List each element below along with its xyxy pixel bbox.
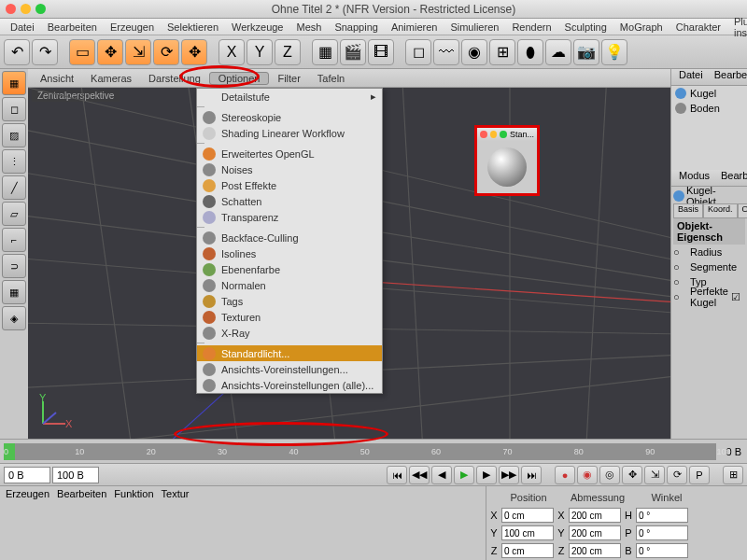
point-mode[interactable]: ⋮: [2, 149, 26, 174]
viewtab-ansicht[interactable]: Ansicht: [32, 73, 82, 84]
axis-mode[interactable]: ⌐: [2, 228, 26, 252]
rotate-tool[interactable]: ⟳: [153, 39, 179, 65]
scale-tool[interactable]: ⇲: [125, 39, 151, 65]
menu-item-backface-culling[interactable]: Backface-Culling: [197, 230, 382, 245]
pos-field[interactable]: [501, 508, 554, 523]
rot-field[interactable]: [636, 543, 688, 558]
menu-mesh[interactable]: Mesh: [289, 21, 328, 33]
key-scale-button[interactable]: ⇲: [644, 466, 665, 484]
tab-datei[interactable]: Datei: [673, 69, 709, 85]
axis-z-button[interactable]: Z: [275, 39, 301, 65]
viewtab-optionen[interactable]: Optionen: [209, 72, 270, 85]
mattab-bearbeiten[interactable]: Bearbeiten: [57, 488, 106, 505]
key-rot-button[interactable]: ⟳: [667, 466, 687, 484]
render-button[interactable]: 🎬: [340, 39, 366, 65]
mattab-funktion[interactable]: Funktion: [114, 488, 153, 505]
select-tool[interactable]: ▭: [69, 39, 95, 65]
menu-animieren[interactable]: Animieren: [385, 21, 444, 33]
menu-item-post-effekte[interactable]: Post Effekte: [197, 177, 382, 193]
preview-window[interactable]: Stan...: [474, 125, 540, 196]
key-pos-button[interactable]: ✥: [622, 466, 642, 484]
deformer-button[interactable]: ⬮: [517, 39, 543, 65]
axis-y-button[interactable]: Y: [247, 39, 273, 65]
move-tool[interactable]: ✥: [97, 39, 123, 65]
prev-frame-button[interactable]: ◀: [431, 466, 452, 484]
edge-mode[interactable]: ╱: [2, 175, 26, 200]
menu-item-texturen[interactable]: Texturen: [197, 309, 382, 325]
keyframe-sel-button[interactable]: ◎: [599, 466, 620, 484]
layout-button[interactable]: ⊞: [723, 466, 743, 484]
menu-simulieren[interactable]: Simulieren: [444, 21, 505, 33]
menu-sculpting[interactable]: Sculpting: [558, 21, 613, 33]
frame-end-field[interactable]: [52, 467, 99, 483]
menu-item-stereoskopie[interactable]: Stereoskopie: [197, 109, 382, 125]
material-manager[interactable]: ErzeugenBearbeitenFunktionTextur: [0, 486, 486, 560]
object-row[interactable]: Kugel: [671, 86, 747, 101]
checkbox-icon[interactable]: ☑: [731, 291, 740, 303]
workplane-tool[interactable]: ▦: [2, 280, 26, 304]
menu-item-standardlicht-[interactable]: Standardlicht...: [197, 345, 382, 361]
object-row[interactable]: Boden: [671, 101, 747, 116]
menu-item-ansichts-voreinstellungen-alle-[interactable]: Ansichts-Voreinstellungen (alle)...: [197, 377, 382, 393]
pos-field[interactable]: [501, 525, 554, 540]
menu-plug-ins[interactable]: Plug-ins: [727, 16, 747, 38]
goto-start-button[interactable]: ⏮: [387, 466, 407, 484]
mattab-erzeugen[interactable]: Erzeugen: [6, 488, 49, 505]
poly-mode[interactable]: ▱: [2, 202, 26, 226]
next-frame-button[interactable]: ▶: [476, 466, 497, 484]
autokey-button[interactable]: ◉: [577, 466, 598, 484]
menu-item-erweitertes-opengl[interactable]: Erweitertes OpenGL: [197, 146, 382, 161]
menu-item-noises[interactable]: Noises: [197, 161, 382, 177]
light-button[interactable]: 💡: [601, 39, 627, 65]
spline-primitive[interactable]: 〰: [433, 39, 459, 65]
attrtab-koord.[interactable]: Koord.: [703, 203, 738, 218]
close-icon[interactable]: [480, 131, 487, 138]
menu-werkzeuge[interactable]: Werkzeuge: [225, 21, 289, 33]
menu-item-normalen[interactable]: Normalen: [197, 277, 382, 293]
minimize-icon[interactable]: [490, 131, 498, 138]
nurbs-button[interactable]: ◉: [461, 39, 487, 65]
viewtab-kameras[interactable]: Kameras: [82, 73, 140, 84]
redo-button[interactable]: ↷: [32, 39, 58, 65]
undo-button[interactable]: ↶: [4, 39, 30, 65]
pos-field[interactable]: [501, 543, 554, 558]
rot-field[interactable]: [636, 525, 688, 540]
size-field[interactable]: [569, 525, 621, 540]
uv-tool[interactable]: ◈: [2, 306, 26, 330]
viewtab-darstellung[interactable]: Darstellung: [140, 73, 209, 84]
object-mode[interactable]: ◻: [2, 97, 26, 121]
environment-button[interactable]: ☁: [545, 39, 571, 65]
tab-bearb[interactable]: Bearb: [715, 170, 747, 186]
menu-item-schatten[interactable]: Schatten: [197, 193, 382, 209]
key-param-button[interactable]: P: [689, 466, 710, 484]
tab-bearbe[interactable]: Bearbe: [709, 69, 747, 85]
menu-selektieren[interactable]: Selektieren: [161, 21, 225, 33]
menu-item-shading-linearer-workflow[interactable]: Shading Linearer Workflow: [197, 125, 382, 141]
menu-item-isolines[interactable]: Isolines: [197, 245, 382, 261]
minimize-icon[interactable]: [21, 4, 31, 14]
menu-datei[interactable]: Datei: [4, 21, 41, 33]
goto-end-button[interactable]: ⏭: [521, 466, 542, 484]
viewtab-filter[interactable]: Filter: [269, 73, 308, 84]
zoom-icon[interactable]: [35, 4, 46, 14]
record-button[interactable]: ●: [555, 466, 575, 484]
menu-item-ebenenfarbe[interactable]: Ebenenfarbe: [197, 261, 382, 277]
model-mode[interactable]: ▦: [2, 71, 26, 95]
frame-start-field[interactable]: [4, 467, 50, 483]
last-tool[interactable]: ✥: [181, 39, 207, 65]
attrtab-basis[interactable]: Basis: [673, 203, 703, 218]
render-view-button[interactable]: ▦: [312, 39, 338, 65]
play-button[interactable]: ▶: [454, 466, 474, 484]
menu-item-detailstufe[interactable]: Detailstufe▸: [197, 89, 382, 105]
menu-item-x-ray[interactable]: X-Ray: [197, 325, 382, 341]
size-field[interactable]: [569, 508, 621, 523]
viewtab-tafeln[interactable]: Tafeln: [309, 73, 353, 84]
rot-field[interactable]: [636, 508, 688, 523]
prev-key-button[interactable]: ◀◀: [409, 466, 430, 484]
camera-button[interactable]: 📷: [573, 39, 599, 65]
mattab-textur[interactable]: Textur: [162, 488, 190, 505]
cube-primitive[interactable]: ◻: [405, 39, 431, 65]
menu-snapping[interactable]: Snapping: [328, 21, 385, 33]
texture-mode[interactable]: ▨: [2, 123, 26, 147]
menu-item-transparenz[interactable]: Transparenz: [197, 209, 382, 225]
